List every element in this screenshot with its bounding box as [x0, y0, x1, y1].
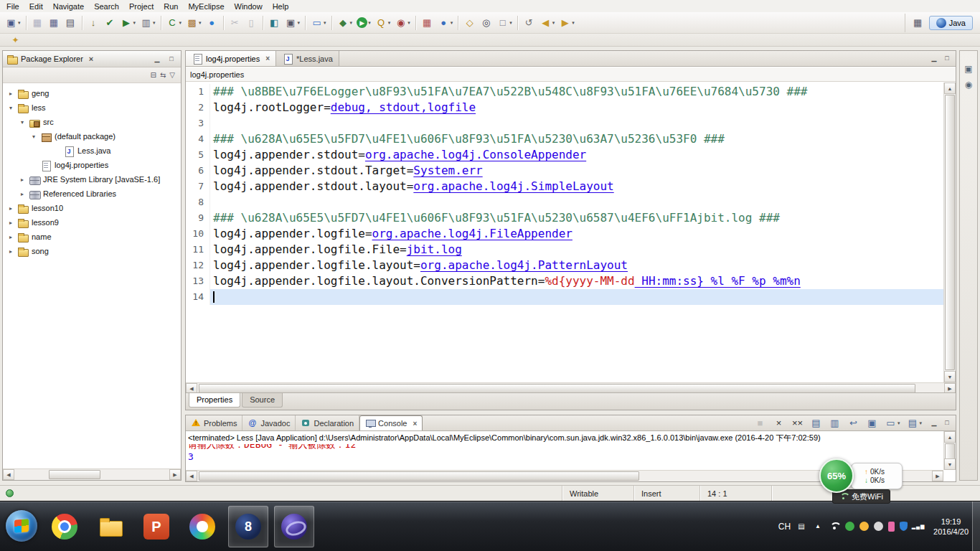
- scroll-lock-icon[interactable]: ▥: [826, 415, 843, 432]
- code-line[interactable]: 12log4j.appender.logfile.layout=org.apac…: [186, 258, 943, 273]
- open-perspective-button[interactable]: ▦: [910, 14, 926, 32]
- show-desktop-button[interactable]: [972, 501, 980, 551]
- editor-tab-less-java[interactable]: *Less.java: [276, 51, 339, 66]
- expander-icon[interactable]: ▸: [7, 220, 14, 226]
- code-editor[interactable]: 1### \u8BBE\u7F6ELogger\u8F93\u51FA\u7EA…: [186, 83, 956, 382]
- scroll-thumb[interactable]: [49, 470, 100, 479]
- annotation-icon[interactable]: □▾: [494, 14, 514, 32]
- code-line[interactable]: 6log4j.appender.stdout.Target=System.err: [186, 163, 943, 179]
- code-line[interactable]: 10log4j.appender.logfile=org.apache.log4…: [186, 226, 943, 242]
- debug-icon[interactable]: ◆▾: [335, 14, 355, 32]
- scroll-up-icon[interactable]: ▲: [944, 431, 956, 443]
- fast-view-editor-icon[interactable]: ▣: [964, 64, 972, 74]
- myeclipse-quick-button[interactable]: ✦: [7, 32, 24, 49]
- page-tab-source[interactable]: Source: [242, 393, 283, 408]
- profile-icon[interactable]: Q▾: [373, 14, 393, 32]
- report-design-icon[interactable]: ◧: [266, 14, 283, 32]
- view-tab-javadoc[interactable]: Javadoc: [242, 415, 296, 430]
- expander-icon[interactable]: ▸: [7, 234, 14, 240]
- expander-icon[interactable]: ▾: [30, 133, 37, 140]
- menu-navigate[interactable]: Navigate: [48, 1, 89, 11]
- optimizer-yellow-icon[interactable]: [859, 522, 869, 531]
- clear-console-icon[interactable]: ▤: [808, 415, 824, 432]
- scroll-thumb[interactable]: [945, 95, 955, 370]
- java-ee-icon[interactable]: ▦: [419, 14, 435, 32]
- console-vscrollbar[interactable]: ▲ ▼: [943, 431, 956, 470]
- save-all-icon[interactable]: ▦: [46, 14, 62, 32]
- code-line[interactable]: 11log4j.appender.logfile.File=jbit.log: [186, 242, 943, 258]
- view-tab-problems[interactable]: Problems: [186, 415, 242, 430]
- taskbar-app-360[interactable]: [182, 506, 222, 547]
- run-icon[interactable]: ▶▾: [354, 14, 373, 32]
- security-green-icon[interactable]: [845, 522, 854, 531]
- code-line[interactable]: 7log4j.appender.stdout.layout=org.apache…: [186, 179, 943, 194]
- tree-item-less-java[interactable]: Less.java: [3, 143, 181, 158]
- word-wrap-icon[interactable]: ↩: [845, 415, 862, 432]
- maximize-view-icon[interactable]: □: [166, 54, 177, 64]
- taskbar-app-myeclipse[interactable]: [274, 506, 314, 547]
- web-page-icon[interactable]: ●▾: [435, 14, 456, 32]
- minimize-icon[interactable]: ▁: [928, 418, 940, 428]
- menu-window[interactable]: Window: [230, 1, 268, 11]
- expander-icon[interactable]: ▸: [19, 176, 26, 183]
- input-language-indicator[interactable]: CH: [778, 522, 791, 532]
- menu-project[interactable]: Project: [124, 1, 159, 11]
- wifi-icon[interactable]: [829, 521, 840, 532]
- tree-item-referenced-libraries[interactable]: ▸Referenced Libraries: [3, 187, 181, 201]
- code-line[interactable]: 2log4j.rootLogger=debug, stdout,logfile: [186, 100, 943, 116]
- page-tab-properties[interactable]: Properties: [189, 393, 240, 408]
- taskbar-app-powerpoint[interactable]: P: [136, 506, 176, 547]
- expander-icon[interactable]: ▾: [19, 119, 26, 126]
- code-line[interactable]: 4### \u628A\u65E5\u5FD7\u4FE1\u606F\u8F9…: [186, 131, 943, 147]
- start-button[interactable]: [6, 510, 37, 542]
- expander-icon[interactable]: ▸: [19, 191, 26, 197]
- tree-item-lesson10[interactable]: ▸lesson10: [3, 201, 181, 215]
- menu-search[interactable]: Search: [89, 1, 124, 11]
- editor-tab-log4j-properties[interactable]: log4j.properties×: [186, 51, 276, 66]
- view-menu-icon[interactable]: ▽: [169, 71, 175, 79]
- speed-bubble[interactable]: ↑0K/s ↓0K/s: [851, 463, 903, 489]
- code-line[interactable]: 1### \u8BBE\u7F6ELogger\u8F93\u51FA\u7EA…: [186, 84, 943, 100]
- print-icon[interactable]: ▤: [62, 14, 79, 32]
- taskbar-app-explorer[interactable]: [90, 506, 131, 547]
- tree-item-lesson9[interactable]: ▸lesson9: [3, 215, 181, 230]
- collapse-all-icon[interactable]: ⊟: [151, 71, 156, 79]
- code-line[interactable]: 3: [186, 116, 943, 131]
- tree-item-src[interactable]: ▾src: [3, 115, 181, 129]
- back-icon[interactable]: ◀▾: [537, 14, 557, 32]
- scroll-track[interactable]: [14, 469, 169, 480]
- scroll-down-icon[interactable]: ▼: [944, 458, 956, 470]
- open-type-icon[interactable]: ◇: [461, 14, 478, 32]
- scroll-right-icon[interactable]: ▶: [169, 469, 181, 480]
- code-line[interactable]: 14: [186, 289, 943, 305]
- close-view-icon[interactable]: ×: [89, 55, 93, 63]
- tree-item-name[interactable]: ▸name: [3, 230, 181, 244]
- close-tab-icon[interactable]: ×: [265, 55, 270, 62]
- expander-icon[interactable]: ▸: [7, 205, 14, 212]
- tree-item-jre-system-library-javase-1-6[interactable]: ▸JRE System Library [JavaSE-1.6]: [3, 172, 181, 187]
- scroll-right-icon[interactable]: ▶: [932, 471, 943, 481]
- validate-icon[interactable]: ✔: [102, 14, 118, 32]
- last-edit-location-icon[interactable]: ↺: [521, 14, 537, 32]
- maximize-icon[interactable]: □: [941, 418, 953, 428]
- phone-icon[interactable]: [888, 522, 895, 532]
- new-class-icon[interactable]: C▾: [164, 14, 184, 32]
- expander-icon[interactable]: ▸: [7, 90, 14, 97]
- database-icon[interactable]: ▥▾: [138, 14, 158, 32]
- taskbar-app-browser8[interactable]: 8: [228, 506, 268, 547]
- external-tools-icon[interactable]: ◉▾: [392, 14, 413, 32]
- server-view-icon[interactable]: ▭▾: [308, 14, 329, 32]
- hidden-icons-caret[interactable]: ▲: [812, 521, 824, 532]
- scroll-left-icon[interactable]: ◀: [186, 471, 197, 481]
- scroll-thumb[interactable]: [199, 471, 639, 481]
- status-plant-icon[interactable]: [6, 489, 14, 497]
- scroll-up-icon[interactable]: ▲: [944, 83, 956, 94]
- code-line[interactable]: 5log4j.appender.stdout=org.apache.log4j.…: [186, 147, 943, 163]
- scroll-left-icon[interactable]: ◀: [3, 469, 14, 480]
- web-browser-icon[interactable]: ●: [204, 14, 220, 32]
- editor-vscrollbar[interactable]: ▲ ▼: [943, 83, 956, 382]
- code-line[interactable]: 8: [186, 194, 943, 210]
- run-server-icon[interactable]: ▶▾: [118, 14, 138, 32]
- menu-edit[interactable]: Edit: [24, 1, 48, 11]
- menu-help[interactable]: Help: [268, 1, 294, 11]
